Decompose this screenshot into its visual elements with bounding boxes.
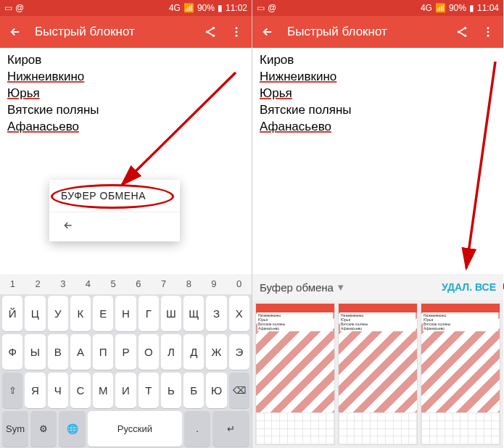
svg-point-5 <box>236 35 238 37</box>
note-line: Афанасьево <box>260 119 496 136</box>
note-line: Нижнеивкино <box>7 69 244 86</box>
back-icon[interactable] <box>261 25 274 38</box>
at-icon: @ <box>15 3 24 13</box>
key[interactable]: Э <box>229 334 249 370</box>
status-bar: ▭ @ 4G 📶 90% ▮ 11:02 <box>0 0 252 16</box>
key[interactable]: Е <box>93 296 113 331</box>
key[interactable]: Х <box>229 296 249 331</box>
battery-label: 90% <box>449 3 466 13</box>
key[interactable]: М <box>93 373 113 408</box>
key[interactable]: П <box>93 334 113 370</box>
svg-point-10 <box>487 31 489 33</box>
key[interactable]: К <box>70 296 91 331</box>
app-bar: Быстрый блокнот <box>252 16 503 48</box>
key[interactable]: Р <box>115 334 136 370</box>
shift-key[interactable]: ⇧ <box>2 373 22 408</box>
back-icon[interactable] <box>9 25 22 38</box>
key[interactable]: В <box>48 334 68 370</box>
num-key[interactable]: 5 <box>101 274 126 294</box>
key[interactable]: Я <box>25 373 45 408</box>
battery-icon: ▮ <box>218 3 223 13</box>
network-icon: 4G <box>421 3 432 13</box>
key[interactable]: Ф <box>2 334 22 370</box>
key[interactable]: Й <box>2 296 22 331</box>
key[interactable]: Щ <box>183 296 204 331</box>
clock: 11:04 <box>477 3 499 13</box>
space-key[interactable]: Русский <box>88 411 182 447</box>
num-key[interactable]: 9 <box>202 274 227 294</box>
num-key[interactable]: 2 <box>25 274 51 294</box>
key[interactable]: Ю <box>206 373 226 408</box>
num-key[interactable]: 8 <box>176 274 202 294</box>
context-menu: БУФЕР ОБМЕНА <box>49 180 180 241</box>
note-content[interactable]: Киров Нижнеивкино Юрья Вятские поляны Аф… <box>0 48 252 140</box>
backspace-key[interactable]: ⌫ <box>229 373 249 408</box>
key[interactable]: Д <box>183 334 204 370</box>
share-icon[interactable] <box>455 25 468 38</box>
key[interactable]: О <box>139 334 159 370</box>
svg-point-4 <box>236 31 238 33</box>
enter-key[interactable]: ↵ <box>212 411 249 447</box>
num-key[interactable]: 3 <box>50 274 75 294</box>
more-icon[interactable] <box>482 25 495 38</box>
note-line: Вятские поляны <box>7 102 244 119</box>
key[interactable]: З <box>206 296 226 331</box>
note-line: Юрья <box>260 86 496 102</box>
frame-icon: ▭ <box>257 3 265 13</box>
note-content[interactable]: Киров Нижнеивкино Юрья Вятские поляны Аф… <box>252 48 503 140</box>
app-bar: Быстрый блокнот <box>0 16 252 48</box>
frame-icon: ▭ <box>4 3 12 13</box>
key[interactable]: И <box>115 373 136 408</box>
clipboard-header: Буфер обмена ▾ УДАЛ. ВСЕ <box>252 274 503 300</box>
num-key[interactable]: 0 <box>226 274 252 294</box>
battery-icon: ▮ <box>469 3 474 13</box>
clipboard-thumb[interactable]: НижнеивкиноЮрьяВятские поляныАфанасьево <box>255 303 335 445</box>
status-bar: ▭ @ 4G 📶 90% ▮ 11:04 <box>252 0 503 16</box>
svg-point-11 <box>487 35 489 37</box>
chevron-down-icon[interactable]: ▾ <box>338 281 344 294</box>
note-line: Нижнеивкино <box>260 69 496 86</box>
clipboard-title: Буфер обмена <box>260 281 334 294</box>
clipboard-menu-item[interactable]: БУФЕР ОБМЕНА <box>49 180 180 212</box>
language-key[interactable]: 🌐 <box>59 411 85 447</box>
clipboard-thumb[interactable]: НижнеивкиноЮрьяВятские поляныАфанасьево <box>338 303 418 445</box>
key[interactable]: С <box>70 373 91 408</box>
key[interactable]: А <box>70 334 91 370</box>
note-line: Афанасьево <box>7 119 244 136</box>
signal-icon: 📶 <box>183 3 194 13</box>
share-icon[interactable] <box>204 25 217 38</box>
more-icon[interactable] <box>230 25 243 38</box>
menu-back-button[interactable] <box>49 212 180 241</box>
key[interactable]: Л <box>161 334 181 370</box>
svg-point-3 <box>236 27 238 29</box>
num-key[interactable]: 7 <box>151 274 176 294</box>
key[interactable]: Ы <box>25 334 45 370</box>
battery-label: 90% <box>197 3 215 13</box>
key[interactable]: Ж <box>206 334 226 370</box>
delete-all-button[interactable]: УДАЛ. ВСЕ <box>442 281 496 293</box>
key[interactable]: Н <box>115 296 136 331</box>
key[interactable]: Г <box>139 296 159 331</box>
note-line: Киров <box>7 52 244 69</box>
key[interactable]: Б <box>183 373 204 408</box>
key[interactable]: Т <box>139 373 159 408</box>
key[interactable]: Ь <box>161 373 181 408</box>
clipboard-grid: НижнеивкиноЮрьяВятские поляныАфанасьево … <box>252 300 503 448</box>
network-icon: 4G <box>169 3 181 13</box>
num-key[interactable]: 6 <box>126 274 152 294</box>
settings-key[interactable]: ⚙ <box>30 411 57 447</box>
num-key[interactable]: 1 <box>0 274 25 294</box>
key[interactable]: Ц <box>25 296 45 331</box>
keyboard: Й Ц У К Е Н Г Ш Щ З Х Ф Ы В А П Р О Л <box>0 294 252 448</box>
clipboard-thumb[interactable]: НижнеивкиноЮрьяВятские поляныАфанасьево <box>421 303 500 445</box>
note-line: Юрья <box>7 86 244 102</box>
num-key[interactable]: 4 <box>75 274 101 294</box>
sym-key[interactable]: Sym <box>2 411 28 447</box>
key[interactable]: Ч <box>48 373 68 408</box>
right-screenshot: ▭ @ 4G 📶 90% ▮ 11:04 Быстрый блокнот Кир… <box>252 0 503 448</box>
signal-icon: 📶 <box>435 3 446 13</box>
dot-key[interactable]: . <box>184 411 210 447</box>
key[interactable]: У <box>48 296 68 331</box>
key[interactable]: Ш <box>161 296 181 331</box>
note-line: Киров <box>260 52 496 69</box>
